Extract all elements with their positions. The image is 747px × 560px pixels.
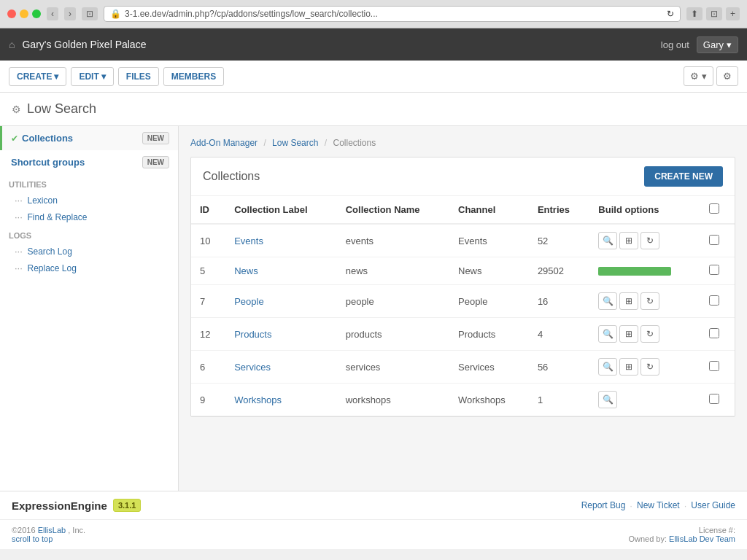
bottom-footer-right: License #: Owned by: EllisLab Dev Team	[628, 526, 735, 543]
grid-build-button[interactable]: ⊞	[619, 325, 638, 343]
replace-log-link[interactable]: Replace Log	[27, 263, 76, 273]
search-build-button[interactable]: 🔍	[598, 358, 617, 376]
dots-icon: ···	[15, 195, 23, 206]
breadcrumb-low-search[interactable]: Low Search	[272, 138, 318, 148]
create-new-button[interactable]: CREATE NEW	[644, 166, 723, 187]
table-row: 5NewsnewsNews29502	[191, 257, 735, 285]
breadcrumb-current: Collections	[333, 138, 376, 148]
cell-label: Workshops	[225, 384, 337, 416]
create-button[interactable]: CREATE ▾	[9, 67, 66, 86]
scroll-to-top-link[interactable]: scroll to top	[12, 534, 53, 543]
username-label: Gary	[703, 39, 724, 50]
url-bar[interactable]: 🔒 3-1.ee.dev/admin.php?/cp/addons/settin…	[104, 6, 681, 22]
cell-entries: 4	[529, 318, 589, 351]
sidebar-item-search-log[interactable]: ··· Search Log	[0, 243, 178, 260]
row-checkbox[interactable]	[709, 361, 719, 371]
refresh-build-button[interactable]: ↻	[640, 325, 659, 343]
cell-name: news	[337, 257, 449, 285]
cell-label: Events	[225, 224, 337, 257]
find-replace-link[interactable]: Find & Replace	[27, 212, 87, 222]
row-checkbox[interactable]	[709, 235, 719, 245]
edit-button[interactable]: EDIT ▾	[71, 67, 113, 86]
logout-link[interactable]: log out	[661, 39, 689, 50]
settings-button[interactable]: ⚙	[716, 66, 738, 86]
collections-link[interactable]: Collections	[22, 133, 73, 144]
collection-label-link[interactable]: Workshops	[234, 394, 282, 405]
members-button[interactable]: MEMBERS	[163, 67, 224, 86]
ellislab-dev-link[interactable]: EllisLab Dev Team	[669, 534, 735, 543]
cell-label: Products	[225, 318, 337, 351]
breadcrumb-sep-2: /	[325, 138, 327, 148]
new-tab-button[interactable]: ⊡	[706, 7, 722, 20]
minimize-button[interactable]	[20, 9, 28, 18]
collection-label-link[interactable]: Events	[234, 236, 263, 246]
collections-new-button[interactable]: NEW	[142, 132, 169, 144]
shortcut-groups-link[interactable]: Shortcut groups	[11, 157, 85, 168]
dots-icon: ···	[15, 211, 23, 222]
brand-name: ExpressionEngine	[12, 499, 107, 512]
sidebar-item-replace-log[interactable]: ··· Replace Log	[0, 260, 178, 276]
new-ticket-link[interactable]: New Ticket	[637, 500, 680, 510]
row-checkbox[interactable]	[709, 265, 719, 275]
grid-build-button[interactable]: ⊞	[619, 232, 638, 249]
share-button[interactable]: ⬆	[686, 7, 703, 20]
search-build-button[interactable]: 🔍	[598, 292, 617, 310]
sidebar-item-shortcut-groups[interactable]: Shortcut groups NEW	[0, 150, 178, 174]
gear-icon: ⚙	[723, 71, 732, 82]
cell-channel: Workshops	[449, 384, 529, 416]
search-build-button[interactable]: 🔍	[598, 232, 617, 249]
page-header-icon: ⚙	[12, 104, 21, 115]
user-dropdown[interactable]: Gary ▾	[697, 36, 738, 53]
forward-button[interactable]: ›	[64, 7, 76, 20]
progress-bar	[598, 267, 671, 276]
row-checkbox[interactable]	[709, 328, 719, 338]
lexicon-link[interactable]: Lexicon	[27, 195, 57, 206]
collection-label-link[interactable]: Services	[234, 362, 271, 373]
collection-label-link[interactable]: Products	[234, 329, 271, 340]
row-checkbox[interactable]	[709, 295, 719, 306]
dropdown-arrow-icon: ▾	[727, 39, 732, 50]
cell-label: People	[225, 285, 337, 318]
select-all-checkbox[interactable]	[709, 203, 719, 214]
user-guide-link[interactable]: User Guide	[691, 500, 735, 510]
sidebar: ✔ Collections NEW Shortcut groups NEW Ut…	[0, 126, 179, 491]
back-button[interactable]: ‹	[47, 7, 58, 20]
fullscreen-button[interactable]	[32, 9, 41, 18]
search-build-button[interactable]: 🔍	[598, 391, 617, 408]
report-bug-link[interactable]: Report Bug	[581, 500, 626, 510]
grid-build-button[interactable]: ⊞	[619, 358, 638, 376]
refresh-icon[interactable]: ↻	[667, 9, 674, 19]
home-icon[interactable]: ⌂	[9, 39, 15, 50]
collection-label-link[interactable]: People	[234, 296, 263, 307]
sidebar-item-lexicon[interactable]: ··· Lexicon	[0, 192, 178, 209]
table-row: 7PeoplepeoplePeople16🔍⊞↻	[191, 285, 735, 318]
shortcut-groups-new-button[interactable]: NEW	[142, 156, 169, 168]
refresh-build-button[interactable]: ↻	[640, 358, 659, 376]
grid-build-button[interactable]: ⊞	[619, 292, 638, 310]
cell-id: 9	[191, 384, 225, 416]
row-checkbox[interactable]	[709, 394, 719, 404]
cell-channel: Products	[449, 318, 529, 351]
tools-button[interactable]: ⚙ ▾	[684, 66, 713, 86]
collection-label-link[interactable]: News	[234, 265, 258, 276]
window-icon-button[interactable]: ⊡	[82, 7, 98, 20]
col-channel: Channel	[449, 196, 529, 224]
cell-build-options: 🔍⊞↻	[589, 318, 700, 351]
search-build-button[interactable]: 🔍	[598, 325, 617, 343]
table-row: 12ProductsproductsProducts4🔍⊞↻	[191, 318, 735, 351]
close-button[interactable]	[7, 9, 16, 18]
sidebar-item-collections[interactable]: ✔ Collections NEW	[0, 126, 178, 150]
add-tab-button[interactable]: +	[726, 7, 740, 20]
refresh-build-button[interactable]: ↻	[640, 292, 659, 310]
files-button[interactable]: FILES	[118, 67, 159, 86]
search-log-link[interactable]: Search Log	[27, 246, 71, 257]
cell-build-options: 🔍	[589, 384, 700, 416]
cell-label: News	[225, 257, 337, 285]
ellislab-link[interactable]: EllisLab	[38, 526, 66, 534]
toolbar-right: ⚙ ▾ ⚙	[684, 66, 738, 86]
wrench-icon: ⚙	[690, 71, 699, 82]
sidebar-item-find-replace[interactable]: ··· Find & Replace	[0, 209, 178, 225]
cell-checkbox	[700, 224, 735, 257]
breadcrumb-addon-manager[interactable]: Add-On Manager	[190, 138, 258, 148]
refresh-build-button[interactable]: ↻	[640, 232, 659, 249]
